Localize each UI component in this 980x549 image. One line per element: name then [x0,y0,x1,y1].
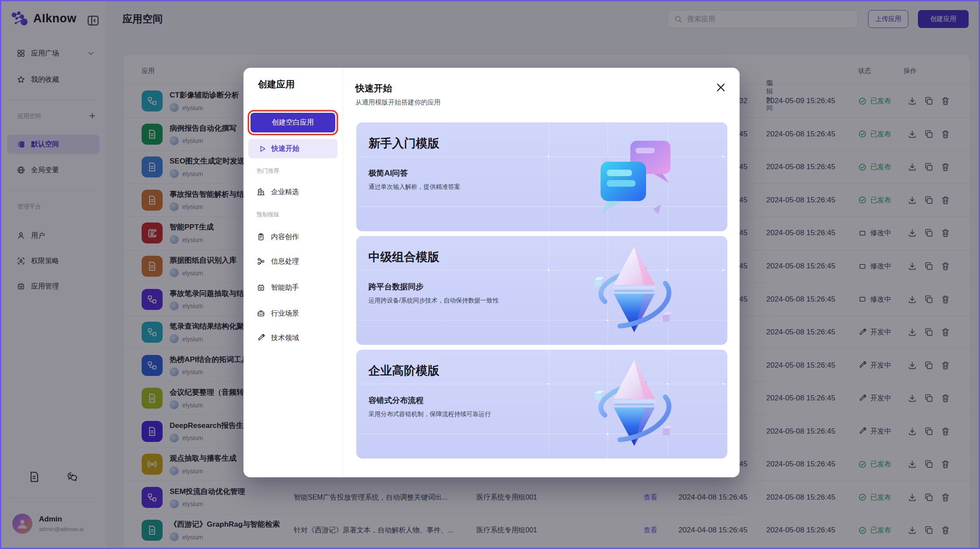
template-card-新手入门模版[interactable]: 新手入门模版 极简AI问答 通过单次输入解析，提供精准答案 [356,122,727,231]
modal-category-企业精选[interactable]: 企业精选 [248,182,337,202]
chat-bubbles-illustration [588,128,680,226]
branch-icon [257,257,265,266]
card-description: 采用分布式容错机制，保障流程持续可靠运行 [368,410,491,418]
card-title: 企业高阶模版 [368,363,439,379]
briefcase-icon [257,309,265,318]
card-subtitle: 容错式分布流程 [368,395,424,406]
card-title: 新手入门模版 [368,136,439,151]
modal-category-行业场景[interactable]: 行业场景 [248,304,337,323]
template-card-企业高阶模版[interactable]: 企业高阶模版 容错式分布流程 采用分布式容错机制，保障流程持续可靠运行 [356,350,727,459]
robot-icon [257,283,265,292]
modal-category-信息处理[interactable]: 信息处理 [248,252,337,271]
create-app-modal: 创建应用 创建空白应用 快速开始 热门推荐 企业精选预制模版 内容创作 信息处理… [243,68,740,477]
close-icon[interactable] [715,82,726,93]
modal-section-label: 热门推荐 [257,167,279,175]
quick-start-menu-item[interactable]: 快速开始 [248,139,337,158]
play-icon [258,145,267,153]
modal-category-智能助手[interactable]: 智能助手 [248,278,337,297]
modal-category-内容创作[interactable]: 内容创作 [248,227,337,247]
diamond-illustration [588,355,680,454]
card-subtitle: 极简AI问答 [368,168,408,178]
card-description: 运用跨设备/系统同步技术，自动保持数据一致性 [368,297,499,305]
panel-title: 快速开始 [355,82,392,94]
clipboard-icon [257,233,265,241]
wrench-icon [257,334,265,342]
modal-left-panel: 创建应用 创建空白应用 快速开始 热门推荐 企业精选预制模版 内容创作 信息处理… [243,68,343,477]
modal-right-panel: 快速开始 从通用模版开始搭建你的应用 新手入门模版 极简AI问答 通过单次输入解… [343,68,740,477]
modal-category-技术领域[interactable]: 技术领域 [248,328,337,347]
template-card-中级组合模版[interactable]: 中级组合模版 跨平台数据同步 运用跨设备/系统同步技术，自动保持数据一致性 [356,236,727,345]
modal-section-label: 预制模版 [257,211,279,219]
panel-subtitle: 从通用模版开始搭建你的应用 [355,98,441,107]
card-subtitle: 跨平台数据同步 [368,281,424,292]
app-space-page: AIknow 应用广场 我的收藏 应用空间 默认空间 全局变量 管理平台 用户 … [0,0,980,549]
card-title: 中级组合模版 [368,249,439,265]
diamond-illustration [588,241,680,340]
create-blank-app-button[interactable]: 创建空白应用 [250,113,335,132]
card-description: 通过单次输入解析，提供精准答案 [368,183,460,191]
modal-title: 创建应用 [258,78,295,90]
building-icon [257,188,265,196]
